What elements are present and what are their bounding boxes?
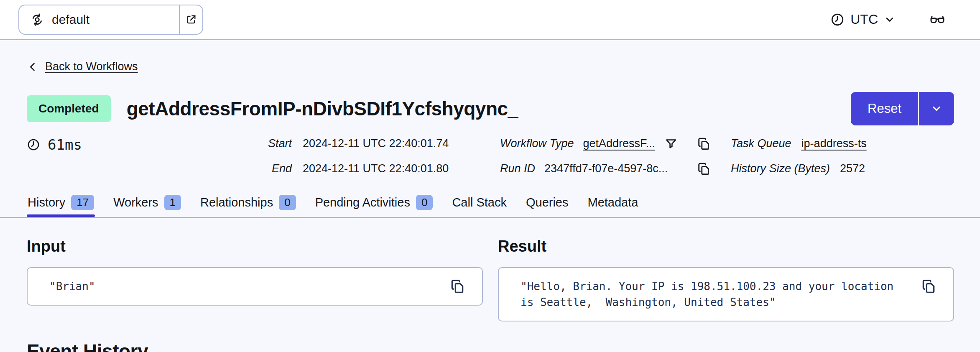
status-badge: Completed [27,95,111,122]
timezone-label: UTC [850,12,878,27]
workflow-detail-page: Back to Workflows Completed getAddressFr… [0,40,980,352]
clock-icon [27,138,40,151]
copy-icon[interactable] [449,278,465,294]
copy-icon[interactable] [921,278,937,294]
namespace-current[interactable]: default [19,5,179,34]
time-column: Start 2024-12-11 UTC 22:40:01.74 End 202… [263,136,500,176]
workflow-type-row: Workflow Type getAddressF... [500,136,731,151]
tab-pending-activities[interactable]: Pending Activities 0 [314,195,434,217]
external-link-icon [185,14,197,26]
result-panel: Result "Hello, Brian. Your IP is 198.51.… [498,237,954,321]
result-heading: Result [498,237,954,255]
tab-metadata[interactable]: Metadata [587,196,639,216]
tab-count-badge: 1 [164,195,181,210]
reset-split-button: Reset [851,92,954,125]
task-queue-row: Task Queue ip-address-ts [731,136,954,151]
copy-icon[interactable] [697,137,716,151]
end-label: End [272,162,292,175]
end-value: 2024-12-11 UTC 22:40:01.80 [303,162,500,175]
tab-label: Workers [113,196,158,209]
tab-label: Metadata [588,196,638,209]
input-box: "Brian" [27,267,483,306]
input-panel: Input "Brian" [27,237,483,321]
workflow-tabs: History 17 Workers 1 Relationships 0 Pen… [27,195,954,217]
reset-dropdown-button[interactable] [918,92,954,125]
chevron-left-icon [27,61,38,73]
run-id-label: Run ID [500,162,535,175]
history-size-row: History Size (Bytes) 2572 [731,161,954,176]
top-bar: default UTC [0,0,980,40]
start-value: 2024-12-11 UTC 22:40:01.74 [303,137,500,150]
chevron-down-icon [884,14,896,26]
event-history-heading: Event History [27,340,954,352]
namespace-cycle-icon [30,13,44,27]
tab-history[interactable]: History 17 [27,195,95,217]
tabs-divider [0,217,980,218]
run-id-value: 2347ffd7-f07e-4597-8c... [544,162,687,175]
tab-label: Relationships [200,196,273,209]
chevron-down-icon [930,102,943,115]
timezone-selector[interactable]: UTC [830,12,896,27]
tab-relationships[interactable]: Relationships 0 [199,195,297,217]
namespace-switcher[interactable]: default [18,5,203,35]
id-column: Workflow Type getAddressF... [500,136,731,176]
copy-icon[interactable] [697,162,716,176]
back-to-workflows-link[interactable]: Back to Workflows [27,60,138,73]
tab-label: Call Stack [452,196,507,209]
top-bar-right: UTC [830,11,946,28]
glasses-icon [929,11,946,28]
input-result-section: Input "Brian" Result "Hello, Brian. Your… [27,237,954,321]
namespace-name: default [52,13,89,27]
duration-value: 61ms [48,136,82,153]
tab-label: History [28,196,65,209]
tab-label: Pending Activities [315,196,410,209]
reset-button[interactable]: Reset [851,92,918,125]
task-queue-link[interactable]: ip-address-ts [801,137,867,150]
back-link-label: Back to Workflows [45,60,138,73]
clock-icon [830,13,845,27]
filter-icon[interactable] [664,137,678,150]
workflow-header-left: Completed getAddressFromIP-nDivbSDIf1Ycf… [27,95,518,122]
tab-workers[interactable]: Workers 1 [112,195,182,217]
result-value: "Hello, Brian. Your IP is 198.51.100.23 … [521,278,911,310]
namespace-open-button[interactable] [179,5,202,34]
tab-count-badge: 17 [71,195,94,210]
duration-row: 61ms [27,136,263,153]
workflow-type-label: Workflow Type [500,137,574,150]
input-heading: Input [27,237,483,255]
result-box: "Hello, Brian. Your IP is 198.51.100.23 … [498,267,954,321]
labs-mode-button[interactable] [929,11,946,28]
tab-queries[interactable]: Queries [525,196,569,216]
workflow-type-link[interactable]: getAddressF... [583,137,656,150]
tab-count-badge: 0 [279,195,296,210]
workflow-title: getAddressFromIP-nDivbSDIf1Ycfshyqync_ [127,97,518,120]
tab-label: Queries [526,196,569,209]
duration-column: 61ms [27,136,263,176]
queue-column: Task Queue ip-address-ts History Size (B… [731,136,954,176]
start-label: Start [268,137,292,150]
workflow-details-grid: 61ms Start 2024-12-11 UTC 22:40:01.74 En… [27,136,954,176]
tab-call-stack[interactable]: Call Stack [451,196,508,216]
workflow-header: Completed getAddressFromIP-nDivbSDIf1Ycf… [27,92,954,125]
run-id-row: Run ID 2347ffd7-f07e-4597-8c... [500,161,731,176]
end-row: End 2024-12-11 UTC 22:40:01.80 [263,161,500,176]
tab-count-badge: 0 [416,195,433,210]
input-value: "Brian" [49,278,95,294]
task-queue-label: Task Queue [731,137,791,150]
history-size-label: History Size (Bytes) [731,162,830,175]
history-size-value: 2572 [840,162,865,175]
start-row: Start 2024-12-11 UTC 22:40:01.74 [263,136,500,151]
